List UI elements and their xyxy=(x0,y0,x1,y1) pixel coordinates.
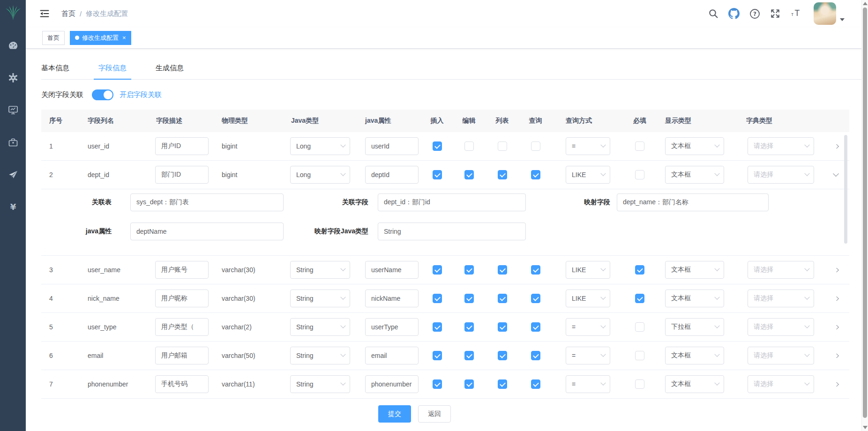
required-checkbox[interactable] xyxy=(635,322,644,332)
submit-button[interactable]: 提交 xyxy=(378,405,411,423)
display-type-select[interactable]: 文本框 xyxy=(665,347,724,364)
java-field-input[interactable] xyxy=(365,261,419,279)
java-type-select[interactable]: Long xyxy=(290,166,350,184)
dict-type-select[interactable]: 请选择 xyxy=(748,290,814,307)
page-scrollbar[interactable] xyxy=(861,0,868,431)
list-checkbox[interactable] xyxy=(498,141,507,151)
breadcrumb-home[interactable]: 首页 xyxy=(61,9,75,18)
mapping-field-select[interactable]: dept_name：部门名称 xyxy=(617,193,769,211)
app-logo[interactable] xyxy=(0,0,26,26)
query-checkbox[interactable] xyxy=(531,294,540,303)
tag-home[interactable]: 首页 xyxy=(42,31,65,45)
java-type-select[interactable]: String xyxy=(290,290,350,307)
expand-row-icon[interactable] xyxy=(833,268,839,272)
expand-row-icon[interactable] xyxy=(833,144,839,149)
sidebar-item-send[interactable] xyxy=(8,170,18,180)
java-field-input[interactable] xyxy=(365,375,419,393)
sidebar-item-monitor[interactable] xyxy=(8,105,18,115)
relation-table-select[interactable]: sys_dept：部门表 xyxy=(130,193,284,211)
expand-row-icon[interactable] xyxy=(833,325,839,329)
description-input[interactable] xyxy=(155,137,209,155)
list-checkbox[interactable] xyxy=(498,265,507,275)
edit-checkbox[interactable] xyxy=(464,265,474,275)
edit-checkbox[interactable] xyxy=(464,379,474,389)
display-type-select[interactable]: 文本框 xyxy=(665,137,724,155)
required-checkbox[interactable] xyxy=(635,379,644,389)
list-checkbox[interactable] xyxy=(498,170,507,179)
query-method-select[interactable]: = xyxy=(566,318,610,336)
display-type-select[interactable]: 下拉框 xyxy=(665,318,724,336)
expand-row-icon[interactable] xyxy=(833,297,839,301)
query-method-select[interactable]: LIKE xyxy=(566,290,610,307)
relation-switch[interactable] xyxy=(92,89,113,100)
insert-checkbox[interactable] xyxy=(433,322,442,332)
query-method-select[interactable]: LIKE xyxy=(566,261,610,279)
java-type-select[interactable]: String xyxy=(290,318,350,336)
required-checkbox[interactable] xyxy=(635,141,644,151)
relation-field-select[interactable]: dept_id：部门id xyxy=(378,193,526,211)
sidebar-fold-icon[interactable] xyxy=(40,9,49,18)
mapping-java-type-select[interactable]: String xyxy=(378,223,526,240)
table-scrollbar-thumb[interactable] xyxy=(844,135,847,244)
insert-checkbox[interactable] xyxy=(433,379,442,389)
fullscreen-icon[interactable] xyxy=(770,8,781,19)
insert-checkbox[interactable] xyxy=(433,294,442,303)
display-type-select[interactable]: 文本框 xyxy=(665,290,724,307)
expand-row-icon[interactable] xyxy=(833,173,839,177)
list-checkbox[interactable] xyxy=(498,322,507,332)
dict-type-select[interactable]: 请选择 xyxy=(748,318,814,336)
description-input[interactable] xyxy=(155,261,209,279)
query-checkbox[interactable] xyxy=(531,322,540,332)
java-field-input[interactable] xyxy=(365,290,419,307)
edit-checkbox[interactable] xyxy=(464,170,474,179)
close-icon[interactable]: × xyxy=(122,34,126,41)
query-checkbox[interactable] xyxy=(531,265,540,275)
required-checkbox[interactable] xyxy=(635,170,644,179)
search-icon[interactable] xyxy=(708,8,719,19)
query-checkbox[interactable] xyxy=(531,379,540,389)
java-type-select[interactable]: Long xyxy=(290,137,350,155)
expand-row-icon[interactable] xyxy=(833,354,839,358)
description-input[interactable] xyxy=(155,375,209,393)
query-checkbox[interactable] xyxy=(531,351,540,360)
description-input[interactable] xyxy=(155,318,209,336)
dict-type-select[interactable]: 请选择 xyxy=(748,261,814,279)
page-scrollbar-thumb[interactable] xyxy=(863,7,867,418)
java-field-input[interactable] xyxy=(365,318,419,336)
java-field-input[interactable] xyxy=(365,347,419,364)
sidebar-item-system[interactable] xyxy=(8,73,18,83)
java-type-select[interactable]: String xyxy=(290,347,350,364)
back-button[interactable]: 返回 xyxy=(418,405,451,423)
expand-row-icon[interactable] xyxy=(833,382,839,386)
sidebar-item-dashboard[interactable] xyxy=(8,40,18,51)
edit-checkbox[interactable] xyxy=(464,294,474,303)
tab-generate-info[interactable]: 生成信息 xyxy=(156,57,184,79)
description-input[interactable] xyxy=(155,347,209,364)
java-field-input[interactable] xyxy=(365,137,419,155)
display-type-select[interactable]: 文本框 xyxy=(665,375,724,393)
insert-checkbox[interactable] xyxy=(433,141,442,151)
query-method-select[interactable]: = xyxy=(566,137,610,155)
query-checkbox[interactable] xyxy=(531,170,540,179)
scroll-down-icon[interactable] xyxy=(863,426,868,429)
java-type-select[interactable]: String xyxy=(290,261,350,279)
edit-checkbox[interactable] xyxy=(464,351,474,360)
list-checkbox[interactable] xyxy=(498,351,507,360)
sidebar-item-tool[interactable] xyxy=(8,137,18,148)
query-method-select[interactable]: LIKE xyxy=(566,166,610,184)
display-type-select[interactable]: 文本框 xyxy=(665,261,724,279)
java-attr-input[interactable] xyxy=(130,223,284,240)
insert-checkbox[interactable] xyxy=(433,170,442,179)
required-checkbox[interactable] xyxy=(635,265,644,275)
user-avatar[interactable] xyxy=(814,2,836,25)
scroll-up-icon[interactable] xyxy=(863,2,868,5)
help-icon[interactable]: ? xyxy=(749,8,760,19)
tab-basic-info[interactable]: 基本信息 xyxy=(41,57,69,79)
list-checkbox[interactable] xyxy=(498,379,507,389)
java-field-input[interactable] xyxy=(365,166,419,184)
description-input[interactable] xyxy=(155,290,209,307)
dict-type-select[interactable]: 请选择 xyxy=(748,375,814,393)
dict-type-select[interactable]: 请选择 xyxy=(748,166,814,184)
dict-type-select[interactable]: 请选择 xyxy=(748,137,814,155)
dict-type-select[interactable]: 请选择 xyxy=(748,347,814,364)
